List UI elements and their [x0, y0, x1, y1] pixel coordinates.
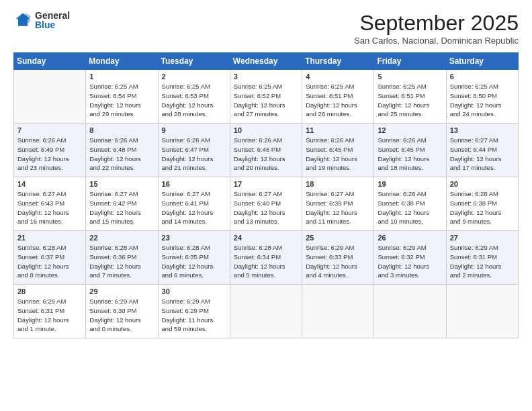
day-number: 15 — [89, 180, 154, 188]
day-number: 6 — [450, 73, 515, 81]
day-cell: 16Sunrise: 6:27 AM Sunset: 6:41 PM Dayli… — [158, 177, 230, 231]
day-cell — [446, 285, 518, 338]
day-info: Sunrise: 6:29 AM Sunset: 6:31 PM Dayligh… — [17, 297, 82, 334]
day-number: 27 — [450, 234, 515, 242]
day-cell: 9Sunrise: 6:26 AM Sunset: 6:47 PM Daylig… — [158, 124, 230, 177]
header-row: SundayMondayTuesdayWednesdayThursdayFrid… — [14, 53, 519, 70]
day-info: Sunrise: 6:25 AM Sunset: 6:54 PM Dayligh… — [89, 82, 154, 119]
day-info: Sunrise: 6:27 AM Sunset: 6:43 PM Dayligh… — [17, 189, 82, 226]
day-number: 26 — [378, 234, 442, 242]
day-number: 28 — [17, 287, 82, 295]
day-cell: 10Sunrise: 6:26 AM Sunset: 6:46 PM Dayli… — [230, 124, 302, 177]
day-cell: 26Sunrise: 6:29 AM Sunset: 6:32 PM Dayli… — [374, 231, 446, 285]
logo-blue: Blue — [35, 20, 70, 30]
day-number: 18 — [306, 180, 370, 188]
day-info: Sunrise: 6:26 AM Sunset: 6:45 PM Dayligh… — [378, 136, 442, 173]
day-info: Sunrise: 6:28 AM Sunset: 6:37 PM Dayligh… — [17, 243, 82, 280]
day-cell: 3Sunrise: 6:25 AM Sunset: 6:52 PM Daylig… — [230, 70, 302, 124]
calendar-table: SundayMondayTuesdayWednesdayThursdayFrid… — [13, 52, 519, 338]
title-section: September 2025 San Carlos, Nacional, Dom… — [354, 11, 519, 46]
day-cell: 5Sunrise: 6:25 AM Sunset: 6:51 PM Daylig… — [374, 70, 446, 124]
day-number: 29 — [89, 287, 154, 295]
col-header-friday: Friday — [374, 53, 446, 70]
week-row-1: 1Sunrise: 6:25 AM Sunset: 6:54 PM Daylig… — [14, 70, 519, 124]
day-number: 5 — [378, 73, 442, 81]
day-cell: 30Sunrise: 6:29 AM Sunset: 6:29 PM Dayli… — [158, 285, 230, 338]
day-number: 14 — [17, 180, 82, 188]
day-cell — [374, 285, 446, 338]
day-info: Sunrise: 6:29 AM Sunset: 6:32 PM Dayligh… — [378, 243, 442, 280]
day-number: 11 — [306, 126, 370, 134]
day-number: 1 — [89, 73, 154, 81]
day-info: Sunrise: 6:25 AM Sunset: 6:51 PM Dayligh… — [306, 82, 370, 119]
day-info: Sunrise: 6:26 AM Sunset: 6:46 PM Dayligh… — [234, 136, 298, 173]
day-info: Sunrise: 6:26 AM Sunset: 6:48 PM Dayligh… — [89, 136, 154, 173]
day-cell — [230, 285, 302, 338]
day-info: Sunrise: 6:27 AM Sunset: 6:39 PM Dayligh… — [306, 189, 370, 226]
day-info: Sunrise: 6:29 AM Sunset: 6:30 PM Dayligh… — [89, 297, 154, 334]
page-header: General Blue September 2025 San Carlos, … — [13, 11, 519, 46]
day-number: 19 — [378, 180, 442, 188]
day-number: 13 — [450, 126, 515, 134]
day-info: Sunrise: 6:27 AM Sunset: 6:40 PM Dayligh… — [234, 189, 298, 226]
day-cell: 7Sunrise: 6:26 AM Sunset: 6:49 PM Daylig… — [14, 124, 86, 177]
day-number: 9 — [162, 126, 226, 134]
day-number: 17 — [234, 180, 298, 188]
day-info: Sunrise: 6:29 AM Sunset: 6:31 PM Dayligh… — [450, 243, 515, 280]
day-number: 24 — [234, 234, 298, 242]
day-cell: 11Sunrise: 6:26 AM Sunset: 6:45 PM Dayli… — [302, 124, 374, 177]
col-header-thursday: Thursday — [302, 53, 374, 70]
day-cell: 18Sunrise: 6:27 AM Sunset: 6:39 PM Dayli… — [302, 177, 374, 231]
day-number: 10 — [234, 126, 298, 134]
month-title: September 2025 — [354, 11, 519, 36]
day-info: Sunrise: 6:25 AM Sunset: 6:50 PM Dayligh… — [450, 82, 515, 119]
day-info: Sunrise: 6:29 AM Sunset: 6:33 PM Dayligh… — [306, 243, 370, 280]
day-cell: 19Sunrise: 6:28 AM Sunset: 6:38 PM Dayli… — [374, 177, 446, 231]
day-cell: 20Sunrise: 6:28 AM Sunset: 6:38 PM Dayli… — [446, 177, 518, 231]
location: San Carlos, Nacional, Dominican Republic — [354, 36, 519, 46]
day-cell: 8Sunrise: 6:26 AM Sunset: 6:48 PM Daylig… — [86, 124, 158, 177]
day-cell: 23Sunrise: 6:28 AM Sunset: 6:35 PM Dayli… — [158, 231, 230, 285]
day-cell: 25Sunrise: 6:29 AM Sunset: 6:33 PM Dayli… — [302, 231, 374, 285]
day-info: Sunrise: 6:29 AM Sunset: 6:29 PM Dayligh… — [162, 297, 226, 334]
day-cell: 4Sunrise: 6:25 AM Sunset: 6:51 PM Daylig… — [302, 70, 374, 124]
day-info: Sunrise: 6:26 AM Sunset: 6:49 PM Dayligh… — [17, 136, 82, 173]
logo-general: General — [35, 11, 70, 20]
day-cell: 17Sunrise: 6:27 AM Sunset: 6:40 PM Dayli… — [230, 177, 302, 231]
logo-text: General Blue — [35, 11, 70, 30]
day-info: Sunrise: 6:28 AM Sunset: 6:36 PM Dayligh… — [89, 243, 154, 280]
col-header-saturday: Saturday — [446, 53, 518, 70]
col-header-sunday: Sunday — [14, 53, 86, 70]
day-info: Sunrise: 6:28 AM Sunset: 6:34 PM Dayligh… — [234, 243, 298, 280]
logo: General Blue — [13, 11, 70, 30]
col-header-tuesday: Tuesday — [158, 53, 230, 70]
day-cell: 27Sunrise: 6:29 AM Sunset: 6:31 PM Dayli… — [446, 231, 518, 285]
day-cell: 12Sunrise: 6:26 AM Sunset: 6:45 PM Dayli… — [374, 124, 446, 177]
day-cell: 24Sunrise: 6:28 AM Sunset: 6:34 PM Dayli… — [230, 231, 302, 285]
day-number: 21 — [17, 234, 82, 242]
day-number: 30 — [162, 287, 226, 295]
day-number: 2 — [162, 73, 226, 81]
day-cell: 28Sunrise: 6:29 AM Sunset: 6:31 PM Dayli… — [14, 285, 86, 338]
day-cell: 14Sunrise: 6:27 AM Sunset: 6:43 PM Dayli… — [14, 177, 86, 231]
day-cell — [302, 285, 374, 338]
day-cell: 22Sunrise: 6:28 AM Sunset: 6:36 PM Dayli… — [86, 231, 158, 285]
week-row-4: 21Sunrise: 6:28 AM Sunset: 6:37 PM Dayli… — [14, 231, 519, 285]
day-info: Sunrise: 6:28 AM Sunset: 6:35 PM Dayligh… — [162, 243, 226, 280]
col-header-monday: Monday — [86, 53, 158, 70]
day-number: 4 — [306, 73, 370, 81]
day-number: 7 — [17, 126, 82, 134]
day-number: 12 — [378, 126, 442, 134]
day-cell: 2Sunrise: 6:25 AM Sunset: 6:53 PM Daylig… — [158, 70, 230, 124]
day-number: 22 — [89, 234, 154, 242]
day-cell: 6Sunrise: 6:25 AM Sunset: 6:50 PM Daylig… — [446, 70, 518, 124]
day-cell: 13Sunrise: 6:27 AM Sunset: 6:44 PM Dayli… — [446, 124, 518, 177]
day-cell: 29Sunrise: 6:29 AM Sunset: 6:30 PM Dayli… — [86, 285, 158, 338]
day-cell: 15Sunrise: 6:27 AM Sunset: 6:42 PM Dayli… — [86, 177, 158, 231]
day-number: 3 — [234, 73, 298, 81]
day-info: Sunrise: 6:28 AM Sunset: 6:38 PM Dayligh… — [450, 189, 515, 226]
logo-icon — [13, 11, 32, 30]
day-number: 8 — [89, 126, 154, 134]
day-info: Sunrise: 6:27 AM Sunset: 6:41 PM Dayligh… — [162, 189, 226, 226]
day-cell: 21Sunrise: 6:28 AM Sunset: 6:37 PM Dayli… — [14, 231, 86, 285]
